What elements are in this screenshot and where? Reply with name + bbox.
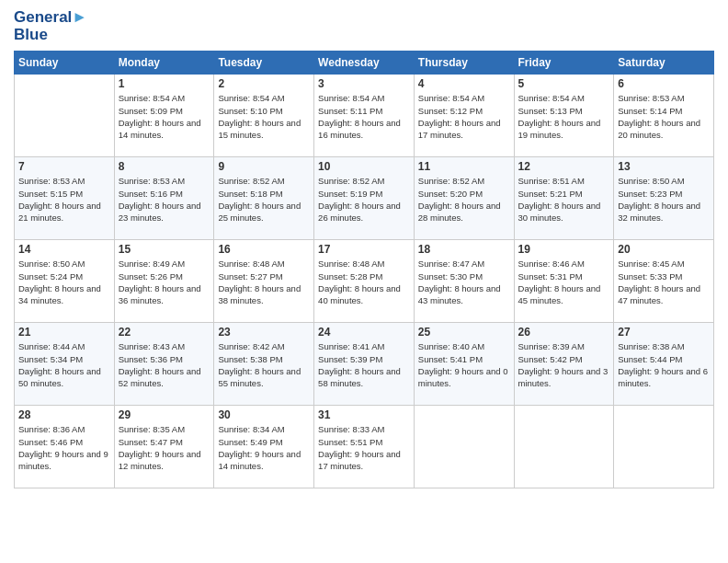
calendar-cell: 15Sunrise: 8:49 AMSunset: 5:26 PMDayligh…: [114, 240, 214, 323]
header-sunday: Sunday: [15, 52, 115, 75]
week-row-3: 21Sunrise: 8:44 AMSunset: 5:34 PMDayligh…: [15, 323, 714, 406]
day-info: Sunrise: 8:35 AMSunset: 5:47 PMDaylight:…: [119, 423, 210, 472]
week-row-1: 7Sunrise: 8:53 AMSunset: 5:15 PMDaylight…: [15, 157, 714, 240]
day-info: Sunrise: 8:50 AMSunset: 5:24 PMDaylight:…: [18, 258, 110, 306]
day-number: 6: [618, 77, 710, 90]
header-thursday: Thursday: [414, 52, 514, 75]
day-number: 22: [119, 326, 210, 339]
calendar-cell: 6Sunrise: 8:53 AMSunset: 5:14 PMDaylight…: [614, 75, 714, 157]
day-info: Sunrise: 8:53 AMSunset: 5:15 PMDaylight:…: [18, 175, 110, 224]
day-info: Sunrise: 8:44 AMSunset: 5:34 PMDaylight:…: [18, 340, 110, 389]
day-info: Sunrise: 8:49 AMSunset: 5:26 PMDaylight:…: [119, 258, 210, 306]
day-info: Sunrise: 8:47 AMSunset: 5:30 PMDaylight:…: [418, 258, 510, 306]
calendar-cell: 14Sunrise: 8:50 AMSunset: 5:24 PMDayligh…: [15, 240, 115, 323]
day-number: 26: [518, 326, 610, 339]
day-number: 27: [618, 326, 710, 339]
day-info: Sunrise: 8:51 AMSunset: 5:21 PMDaylight:…: [518, 175, 610, 224]
day-number: 5: [518, 77, 610, 90]
calendar-cell: 19Sunrise: 8:46 AMSunset: 5:31 PMDayligh…: [514, 240, 614, 323]
day-info: Sunrise: 8:52 AMSunset: 5:19 PMDaylight:…: [318, 175, 410, 224]
day-info: Sunrise: 8:48 AMSunset: 5:27 PMDaylight:…: [218, 258, 310, 306]
day-info: Sunrise: 8:42 AMSunset: 5:38 PMDaylight:…: [218, 340, 310, 389]
logo-text: General► Blue: [14, 9, 87, 43]
day-number: 17: [318, 243, 410, 256]
calendar-cell: 22Sunrise: 8:43 AMSunset: 5:36 PMDayligh…: [114, 323, 214, 406]
day-number: 19: [518, 243, 610, 256]
calendar-cell: 30Sunrise: 8:34 AMSunset: 5:49 PMDayligh…: [214, 406, 314, 488]
calendar-cell: 11Sunrise: 8:52 AMSunset: 5:20 PMDayligh…: [414, 157, 514, 240]
day-number: 30: [218, 408, 310, 421]
calendar-cell: 13Sunrise: 8:50 AMSunset: 5:23 PMDayligh…: [614, 157, 714, 240]
calendar-cell: 27Sunrise: 8:38 AMSunset: 5:44 PMDayligh…: [614, 323, 714, 406]
logo: General► Blue: [14, 9, 87, 43]
calendar-cell: 8Sunrise: 8:53 AMSunset: 5:16 PMDaylight…: [114, 157, 214, 240]
day-number: 15: [119, 243, 210, 256]
day-number: 14: [18, 243, 110, 256]
day-info: Sunrise: 8:53 AMSunset: 5:14 PMDaylight:…: [618, 92, 710, 141]
day-number: 31: [318, 408, 410, 421]
calendar-cell: 7Sunrise: 8:53 AMSunset: 5:15 PMDaylight…: [15, 157, 115, 240]
calendar-cell: 28Sunrise: 8:36 AMSunset: 5:46 PMDayligh…: [15, 406, 115, 488]
day-number: 25: [418, 326, 510, 339]
header-row: SundayMondayTuesdayWednesdayThursdayFrid…: [15, 52, 714, 75]
header-friday: Friday: [514, 52, 614, 75]
day-number: 4: [418, 77, 510, 90]
calendar-cell: 18Sunrise: 8:47 AMSunset: 5:30 PMDayligh…: [414, 240, 514, 323]
day-number: 20: [618, 243, 710, 256]
calendar-cell: [614, 406, 714, 488]
header-wednesday: Wednesday: [314, 52, 415, 75]
week-row-2: 14Sunrise: 8:50 AMSunset: 5:24 PMDayligh…: [15, 240, 714, 323]
day-info: Sunrise: 8:33 AMSunset: 5:51 PMDaylight:…: [318, 423, 410, 472]
day-info: Sunrise: 8:45 AMSunset: 5:33 PMDaylight:…: [618, 258, 710, 306]
day-number: 21: [18, 326, 110, 339]
header-saturday: Saturday: [614, 52, 714, 75]
day-info: Sunrise: 8:36 AMSunset: 5:46 PMDaylight:…: [18, 423, 110, 472]
calendar-cell: 2Sunrise: 8:54 AMSunset: 5:10 PMDaylight…: [214, 75, 314, 157]
week-row-0: 1Sunrise: 8:54 AMSunset: 5:09 PMDaylight…: [15, 75, 714, 157]
calendar-cell: [414, 406, 514, 488]
calendar-cell: 29Sunrise: 8:35 AMSunset: 5:47 PMDayligh…: [114, 406, 214, 488]
page: General► Blue SundayMondayTuesdayWednesd…: [0, 0, 728, 563]
day-number: 16: [218, 243, 310, 256]
day-number: 18: [418, 243, 510, 256]
day-info: Sunrise: 8:34 AMSunset: 5:49 PMDaylight:…: [218, 423, 310, 472]
day-info: Sunrise: 8:54 AMSunset: 5:11 PMDaylight:…: [318, 92, 410, 141]
day-number: 2: [218, 77, 310, 90]
calendar-cell: 20Sunrise: 8:45 AMSunset: 5:33 PMDayligh…: [614, 240, 714, 323]
calendar-cell: 5Sunrise: 8:54 AMSunset: 5:13 PMDaylight…: [514, 75, 614, 157]
day-number: 12: [518, 160, 610, 173]
calendar-cell: 31Sunrise: 8:33 AMSunset: 5:51 PMDayligh…: [314, 406, 415, 488]
day-info: Sunrise: 8:40 AMSunset: 5:41 PMDaylight:…: [418, 340, 510, 389]
day-info: Sunrise: 8:52 AMSunset: 5:18 PMDaylight:…: [218, 175, 310, 224]
day-info: Sunrise: 8:38 AMSunset: 5:44 PMDaylight:…: [618, 340, 710, 389]
day-number: 3: [318, 77, 410, 90]
calendar-table: SundayMondayTuesdayWednesdayThursdayFrid…: [14, 51, 714, 488]
calendar-cell: 3Sunrise: 8:54 AMSunset: 5:11 PMDaylight…: [314, 75, 415, 157]
day-number: 9: [218, 160, 310, 173]
day-number: 23: [218, 326, 310, 339]
day-number: 11: [418, 160, 510, 173]
day-number: 28: [18, 408, 110, 421]
day-number: 1: [119, 77, 210, 90]
day-info: Sunrise: 8:43 AMSunset: 5:36 PMDaylight:…: [119, 340, 210, 389]
calendar-cell: 21Sunrise: 8:44 AMSunset: 5:34 PMDayligh…: [15, 323, 115, 406]
day-number: 29: [119, 408, 210, 421]
day-info: Sunrise: 8:48 AMSunset: 5:28 PMDaylight:…: [318, 258, 410, 306]
day-number: 8: [119, 160, 210, 173]
calendar-cell: 24Sunrise: 8:41 AMSunset: 5:39 PMDayligh…: [314, 323, 415, 406]
day-number: 24: [318, 326, 410, 339]
calendar-cell: 16Sunrise: 8:48 AMSunset: 5:27 PMDayligh…: [214, 240, 314, 323]
calendar-cell: 9Sunrise: 8:52 AMSunset: 5:18 PMDaylight…: [214, 157, 314, 240]
calendar-cell: 23Sunrise: 8:42 AMSunset: 5:38 PMDayligh…: [214, 323, 314, 406]
calendar-cell: 10Sunrise: 8:52 AMSunset: 5:19 PMDayligh…: [314, 157, 415, 240]
day-number: 7: [18, 160, 110, 173]
calendar-cell: [15, 75, 115, 157]
week-row-4: 28Sunrise: 8:36 AMSunset: 5:46 PMDayligh…: [15, 406, 714, 488]
day-number: 13: [618, 160, 710, 173]
header-tuesday: Tuesday: [214, 52, 314, 75]
day-info: Sunrise: 8:52 AMSunset: 5:20 PMDaylight:…: [418, 175, 510, 224]
calendar-cell: 12Sunrise: 8:51 AMSunset: 5:21 PMDayligh…: [514, 157, 614, 240]
day-info: Sunrise: 8:41 AMSunset: 5:39 PMDaylight:…: [318, 340, 410, 389]
calendar-cell: [514, 406, 614, 488]
day-info: Sunrise: 8:53 AMSunset: 5:16 PMDaylight:…: [119, 175, 210, 224]
